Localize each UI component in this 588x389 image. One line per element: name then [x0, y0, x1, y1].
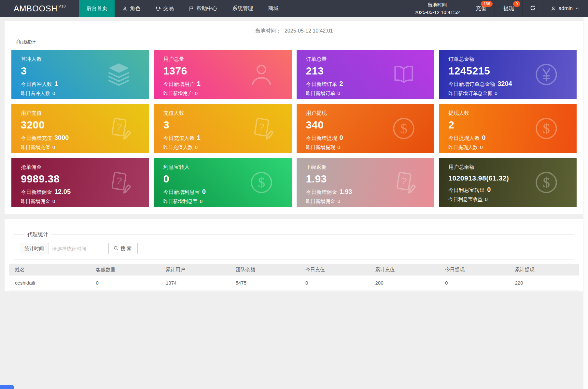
card-today-value: 1: [54, 80, 58, 87]
cell-team-balance: 5475: [230, 275, 300, 290]
card-yesterday-value: 0: [480, 144, 483, 150]
column-header-total-users: 累计用户: [160, 264, 230, 275]
card-today-label: 今日利息宝转出: [448, 187, 485, 193]
card-today-value: 1: [197, 134, 201, 141]
user-icon: [248, 61, 275, 88]
card-yesterday-value: 0: [52, 198, 55, 204]
scale-icon: [155, 6, 161, 11]
navbar-local-time: 当地时间 2025-05-12 10:41:52: [407, 0, 467, 17]
column-header-team-balance: 团队余额: [230, 264, 300, 275]
table-row: ceshidaili 0 1374 5475 0 200 0 220: [9, 275, 579, 290]
card-yesterday-value: 0: [52, 90, 55, 96]
card-yesterday-label: 今日利息宝收益: [448, 196, 483, 202]
svg-text:?: ?: [401, 175, 408, 186]
card-yesterday-line: 昨日新增佣金0: [306, 198, 434, 205]
card-yesterday-line: 昨日新增订单总金额0: [448, 90, 577, 97]
withdraw-label: 提现: [503, 5, 514, 12]
edit-document-icon: ?: [105, 115, 132, 142]
dollar-circle-icon: $: [533, 169, 560, 196]
card-yesterday-label: 昨日新增用户: [163, 90, 193, 96]
brand-version: V10: [59, 4, 66, 8]
card-today-label: 今日提现人数: [448, 135, 480, 141]
stat-card-total-user-balance: 用户总余额 1020913.98(61.32) 今日利息宝转出0 今日利息宝收益…: [439, 158, 577, 207]
svg-text:$: $: [543, 174, 550, 191]
menu-item-system[interactable]: 系统管理: [225, 0, 260, 17]
table-header-row: 姓名 客服数量 累计用户 团队余额 今日充值 累计充值 今日提现 累计提现: [9, 264, 579, 275]
stat-card-recharge-users: 充值人数 3 今日充值人数1 昨日充值人数0 ?: [154, 104, 292, 153]
card-today-value: 12.05: [54, 188, 71, 195]
card-today-value: 1.93: [340, 188, 352, 195]
menu-label: 帮助中心: [196, 5, 217, 12]
card-today-value: 0: [340, 134, 343, 141]
stat-card-withdraw-users: 提现人数 2 今日提现人数0 昨日提现人数0 $: [439, 104, 577, 153]
recharge-button[interactable]: 充值 186: [467, 0, 495, 17]
cell-name: ceshidaili: [9, 275, 90, 290]
layers-icon: [105, 61, 132, 88]
card-today-value: 3204: [497, 80, 512, 87]
content-time-label: 当地时间：: [255, 28, 281, 34]
card-yesterday-line: 昨日新增利息宝0: [163, 198, 292, 205]
top-navbar: AMBOOSHV10 后台首页 角色 交易 帮助中心 系统管理 商: [0, 0, 588, 17]
user-icon: [122, 6, 128, 11]
withdraw-count-badge: 0: [513, 1, 521, 7]
agent-stats-panel: 代理统计 统计时间 搜索 姓名 客服数量 累计用户: [5, 219, 583, 291]
card-today-label: 今日新增佣金: [306, 189, 337, 195]
card-today-label: 今日新增订单: [306, 81, 337, 87]
cell-service-count: 0: [90, 275, 160, 290]
content-local-time: 当地时间： 2025-05-12 10:42:01: [11, 28, 577, 34]
refresh-button[interactable]: [523, 0, 543, 17]
agent-stats-fieldset: 代理统计 统计时间 搜索: [14, 231, 574, 260]
menu-label: 角色: [130, 5, 140, 12]
svg-text:?: ?: [116, 121, 122, 132]
withdraw-button[interactable]: 提现 0: [495, 0, 523, 17]
stats-time-label: 统计时间: [20, 243, 48, 254]
cell-total-recharge: 200: [370, 275, 440, 290]
stat-card-total-order-amount: 订单总金额 1245215 今日新增订单总金额3204 昨日新增订单总金额0: [439, 50, 577, 99]
stat-cards-grid: 首冲人数 3 今日首冲人数1 昨日首冲人数0: [11, 50, 577, 207]
search-icon: [113, 246, 119, 252]
card-yesterday-label: 昨日新增提现: [306, 144, 335, 150]
card-yesterday-value: 0: [338, 144, 340, 150]
card-yesterday-value: 0: [495, 90, 497, 96]
svg-text:?: ?: [116, 175, 122, 186]
column-header-today-recharge: 今日充值: [300, 264, 370, 275]
main-content: 当地时间： 2025-05-12 10:42:01 商城统计 首冲人数 3 今日…: [0, 17, 588, 291]
column-header-today-withdraw: 今日提现: [439, 264, 509, 275]
card-yesterday-value: 0: [52, 144, 55, 150]
card-today-value: 0: [202, 188, 206, 195]
stats-panel: 当地时间： 2025-05-12 10:42:01 商城统计 首冲人数 3 今日…: [5, 21, 583, 214]
stats-time-input[interactable]: [48, 243, 104, 254]
column-header-total-withdraw: 累计提现: [509, 264, 579, 275]
menu-item-trade[interactable]: 交易: [148, 0, 181, 17]
user-menu[interactable]: admin: [543, 0, 588, 17]
menu-item-help-center[interactable]: 帮助中心: [181, 0, 225, 17]
card-today-label: 今日新增订单总金额: [448, 81, 495, 87]
card-yesterday-line: 昨日首冲人数0: [21, 90, 149, 97]
stat-card-order-commission: 抢单佣金 9989.38 今日新增佣金12.05 昨日新增佣金0 ?: [11, 158, 149, 207]
edit-document-icon: ?: [248, 115, 275, 142]
card-today-value: 1: [197, 80, 201, 87]
cell-total-users: 1374: [160, 275, 230, 290]
search-button[interactable]: 搜索: [108, 243, 138, 254]
menu-item-roles[interactable]: 角色: [115, 0, 148, 17]
card-yesterday-label: 昨日新增充值: [21, 144, 50, 150]
card-yesterday-label: 昨日新增订单: [306, 90, 335, 96]
card-yesterday-value: 0: [195, 144, 198, 150]
menu-item-mall[interactable]: 商城: [260, 0, 286, 17]
card-yesterday-label: 昨日提现人数: [448, 144, 478, 150]
column-header-name: 姓名: [9, 264, 90, 275]
menu-item-dashboard[interactable]: 后台首页: [79, 0, 115, 17]
card-yesterday-line: 昨日充值人数0: [163, 144, 292, 151]
card-yesterday-label: 昨日新增利息宝: [163, 198, 198, 204]
stat-card-user-recharge: 用户充值 3200 今日新增充值3000 昨日新增充值0 ?: [11, 104, 149, 153]
card-yesterday-line: 今日利息宝收益0: [448, 196, 577, 203]
card-today-label: 今日新增用户: [163, 81, 195, 87]
stat-card-first-recharge-users: 首冲人数 3 今日首冲人数1 昨日首冲人数0: [11, 50, 149, 99]
column-header-service-count: 客服数量: [90, 264, 160, 275]
navbar-right: 当地时间 2025-05-12 10:41:52 充值 186 提现 0 adm…: [407, 0, 588, 17]
agent-stats-legend: 代理统计: [24, 231, 51, 238]
card-today-label: 今日充值人数: [163, 135, 195, 141]
refresh-icon: [530, 5, 536, 12]
scrollbar-track[interactable]: [583, 17, 588, 389]
main-menu: 后台首页 角色 交易 帮助中心 系统管理 商城: [79, 0, 407, 17]
